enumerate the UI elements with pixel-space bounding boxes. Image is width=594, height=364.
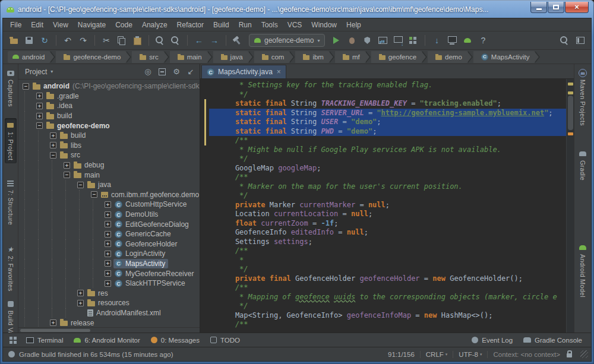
attach-debugger-icon[interactable]: [391, 34, 405, 47]
tree-item-resources[interactable]: +resources: [18, 298, 200, 308]
tree-item-release[interactable]: +release: [18, 318, 200, 327]
close-tab-icon[interactable]: ×: [277, 68, 281, 76]
expand-icon[interactable]: +: [36, 113, 43, 119]
tool-stripe-7-structure[interactable]: 7: Structure: [5, 176, 17, 228]
tree-item-mapsactivity[interactable]: +CMapsActivity: [18, 259, 200, 269]
tree-item-mygeofencereceiver[interactable]: +CMyGeofenceReceiver: [18, 268, 200, 278]
breadcrumb-android[interactable]: android: [8, 51, 49, 63]
save-all-icon[interactable]: [22, 34, 36, 47]
synchronize-icon[interactable]: ↻: [37, 34, 52, 47]
event-log-button[interactable]: Event Log: [467, 335, 517, 345]
menu-navigate[interactable]: Navigate: [73, 20, 110, 30]
breadcrumb-src[interactable]: src: [132, 51, 163, 63]
help-icon[interactable]: ?: [476, 34, 490, 47]
tool-stripe-captures[interactable]: Captures: [5, 66, 17, 110]
tool-stripe-maven-projects[interactable]: mMaven Projects: [577, 66, 589, 129]
update-project-icon[interactable]: ↓: [429, 34, 444, 47]
run-button[interactable]: [329, 34, 343, 47]
expand-icon[interactable]: +: [36, 93, 43, 99]
expand-icon[interactable]: +: [77, 290, 84, 296]
menu-edit[interactable]: Edit: [26, 20, 48, 30]
copy-icon[interactable]: [115, 34, 129, 47]
tree-item-src[interactable]: −src: [18, 150, 200, 160]
collapse-icon[interactable]: −: [36, 122, 43, 129]
expand-icon[interactable]: +: [105, 270, 111, 277]
run-coverage-icon[interactable]: [360, 34, 374, 47]
run-configuration-selector[interactable]: geofence-demo▾: [249, 34, 325, 47]
tree-item-main[interactable]: −main: [18, 170, 200, 180]
tree-item-build[interactable]: +build: [18, 131, 200, 141]
device-monitor-icon[interactable]: [445, 34, 459, 47]
expand-icon[interactable]: +: [105, 280, 111, 287]
expand-icon[interactable]: +: [50, 319, 56, 326]
expand-icon[interactable]: +: [105, 231, 111, 238]
tree-item-demoutils[interactable]: +CDemoUtils: [18, 210, 200, 220]
menu-view[interactable]: View: [48, 20, 73, 30]
menu-window[interactable]: Window: [307, 20, 342, 30]
close-button[interactable]: ×: [565, 2, 589, 13]
tree-item-idea[interactable]: +.idea: [18, 101, 200, 111]
tree-item-debug[interactable]: +debug: [18, 160, 200, 170]
expand-icon[interactable]: +: [105, 221, 111, 227]
encoding-selector[interactable]: UTF-8 ▾: [459, 351, 482, 358]
scrollbar-thumb[interactable]: [20, 329, 90, 332]
code-editor[interactable]: * Settings key for the tracking enabled …: [200, 79, 566, 333]
make-project-icon[interactable]: [230, 34, 245, 47]
tree-item-editgeofencedialog[interactable]: +CEditGeofenceDialog: [18, 219, 200, 229]
breadcrumb-geofence-demo[interactable]: geofence-demo: [56, 51, 125, 63]
breadcrumb-geofence[interactable]: geofence: [371, 51, 421, 63]
collapse-icon[interactable]: −: [91, 191, 97, 198]
toolwindow-switcher-icon[interactable]: [5, 335, 21, 345]
tree-item-com-ibm-mf-geofence-demo[interactable]: −com.ibm.mf.geofence.demo: [18, 190, 200, 200]
collapse-icon[interactable]: −: [50, 152, 56, 159]
tree-item-res[interactable]: +res: [18, 288, 200, 298]
menu-refactor[interactable]: Refactor: [172, 20, 208, 30]
collapse-icon[interactable]: −: [77, 182, 84, 188]
redo-icon[interactable]: ↷: [76, 34, 90, 47]
tree-item-androidmanifest-xml[interactable]: AndroidManifest.xml: [18, 308, 200, 318]
breadcrumb-java[interactable]: java: [213, 51, 248, 63]
menu-analyze[interactable]: Analyze: [137, 20, 172, 30]
breadcrumb-ibm[interactable]: ibm: [295, 51, 328, 63]
search-everywhere-icon[interactable]: [558, 34, 572, 47]
menu-code[interactable]: Code: [110, 20, 137, 30]
caret-position-widget[interactable]: 91:1/156: [388, 351, 415, 358]
debug-icon[interactable]: [345, 34, 359, 47]
expand-icon[interactable]: +: [105, 201, 111, 208]
project-horizontal-scrollbar[interactable]: [18, 327, 200, 333]
tree-item-slackhttpservice[interactable]: +CSlackHTTPService: [18, 278, 200, 289]
menu-file[interactable]: File: [5, 20, 26, 30]
expand-icon[interactable]: +: [105, 240, 111, 247]
project-view-selector[interactable]: Project ▾: [23, 67, 55, 77]
expand-icon[interactable]: +: [105, 211, 111, 218]
expand-icon[interactable]: +: [105, 260, 111, 267]
tool-stripe-2-favorites[interactable]: ★2: Favorites: [5, 242, 17, 295]
resize-grip[interactable]: [580, 350, 588, 358]
open-project-icon[interactable]: [7, 34, 21, 47]
tree-item-loginactivity[interactable]: +CLoginActivity: [18, 249, 200, 259]
line-separator-selector[interactable]: CRLF ▾: [426, 351, 448, 358]
expand-icon[interactable]: +: [105, 251, 111, 257]
menu-build[interactable]: Build: [208, 20, 234, 30]
menu-help[interactable]: Help: [342, 20, 366, 30]
expand-icon[interactable]: +: [50, 142, 56, 148]
terminal-button[interactable]: Terminal: [22, 335, 67, 345]
editor-error-stripe[interactable]: [566, 79, 574, 333]
tree-item-build[interactable]: +build: [18, 111, 200, 121]
undo-icon[interactable]: ↶: [61, 34, 75, 47]
menu-run[interactable]: Run: [234, 20, 257, 30]
breadcrumb-main[interactable]: main: [170, 51, 207, 63]
profiler-icon[interactable]: [375, 34, 390, 47]
tool-stripe-gradle[interactable]: Gradle: [577, 147, 589, 183]
tree-item-gradle[interactable]: +.gradle: [18, 91, 200, 102]
minimize-button[interactable]: [530, 2, 547, 13]
expand-icon[interactable]: +: [77, 300, 84, 306]
messages-button[interactable]: 0: Messages: [147, 335, 204, 345]
collapse-icon[interactable]: −: [23, 83, 29, 90]
cut-icon[interactable]: ✂: [99, 34, 113, 47]
editor-scrollbar-thumb[interactable]: [568, 96, 573, 130]
expand-icon[interactable]: +: [64, 162, 70, 169]
find-icon[interactable]: [153, 34, 168, 47]
editor-tab-mapsactivity[interactable]: C MapsActivity.java ×: [201, 65, 286, 78]
maximize-button[interactable]: [548, 2, 564, 13]
